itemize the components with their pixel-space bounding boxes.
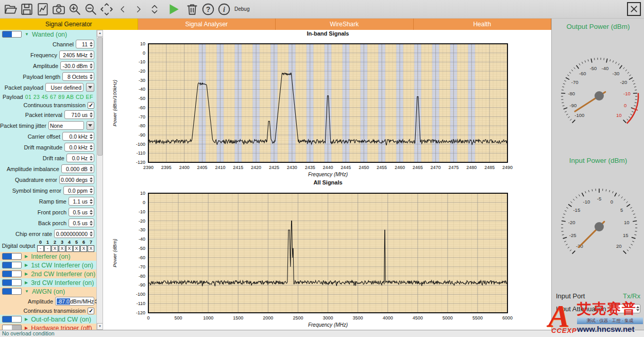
spin-up-icon bbox=[90, 53, 93, 55]
zoom-in-button[interactable] bbox=[67, 2, 82, 17]
save-button[interactable] bbox=[19, 2, 35, 17]
section-toggle[interactable] bbox=[2, 253, 22, 260]
value-spinner[interactable] bbox=[89, 231, 93, 237]
digital-output-cell[interactable]: - bbox=[44, 245, 51, 252]
value-spinner[interactable] bbox=[89, 210, 93, 215]
field-input[interactable]: 710 us bbox=[64, 110, 94, 119]
run-button[interactable] bbox=[166, 2, 181, 17]
section-toggle[interactable] bbox=[2, 262, 22, 268]
step-left-button[interactable] bbox=[115, 2, 130, 17]
field-checkbox[interactable]: ✓ bbox=[88, 308, 94, 314]
info-button[interactable]: i bbox=[216, 2, 232, 17]
field-checkbox[interactable]: ✓ bbox=[88, 102, 94, 109]
value-spinner[interactable] bbox=[89, 74, 93, 79]
section-toggle[interactable] bbox=[2, 279, 22, 286]
tab-signal-generator[interactable]: Signal Generator bbox=[0, 19, 138, 30]
output-power-gauge: -100-90-80-70-60-50-40-30-20-10010 bbox=[552, 35, 644, 150]
field-input[interactable]: 0.0 kHz bbox=[62, 132, 94, 141]
help-button[interactable]: ? bbox=[200, 2, 216, 17]
value-spinner[interactable] bbox=[89, 166, 93, 172]
pan-button[interactable] bbox=[99, 2, 114, 17]
svg-text:i: i bbox=[223, 5, 225, 13]
attenuation-spinner[interactable] bbox=[635, 306, 640, 311]
section-header-1st-cw-interferer-on-[interactable]: ▶1st CW Interferer (on) bbox=[0, 261, 97, 269]
scroll-vertical-button[interactable] bbox=[147, 2, 162, 17]
field-input[interactable]: 11 bbox=[76, 40, 94, 48]
section-toggle[interactable] bbox=[2, 31, 22, 38]
field-input[interactable]: 1.1 us bbox=[69, 197, 94, 206]
value-spinner[interactable] bbox=[89, 53, 93, 58]
field-input[interactable]: 2405 MHz bbox=[59, 50, 94, 59]
value-spinner[interactable] bbox=[89, 221, 93, 226]
value-spinner[interactable] bbox=[89, 199, 93, 204]
section-header-2nd-cw-interferer-on-[interactable]: ▶2nd CW Interferer (on) bbox=[0, 269, 97, 278]
tab-health[interactable]: Health bbox=[414, 19, 552, 30]
field-input[interactable]: 0.0 ppm bbox=[63, 186, 94, 195]
close-icon bbox=[630, 5, 638, 13]
field-input[interactable]: 0.0 Hz bbox=[66, 154, 94, 162]
section-header-interferer-on-[interactable]: ▶Interferer (on) bbox=[0, 252, 97, 261]
field-input[interactable]: 0.0 kHz bbox=[64, 143, 94, 151]
digital-output-cell[interactable]: X bbox=[73, 245, 80, 252]
value-spinner[interactable] bbox=[89, 177, 93, 182]
dropdown-button[interactable] bbox=[87, 121, 94, 130]
spin-up-icon bbox=[90, 199, 93, 201]
delete-button[interactable] bbox=[184, 2, 200, 17]
value-spinner[interactable] bbox=[89, 145, 93, 150]
value-spinner[interactable] bbox=[89, 112, 93, 117]
spin-down-icon bbox=[90, 45, 93, 47]
scrollbar-down-button[interactable]: ▼ bbox=[97, 323, 103, 330]
zoom-out-button[interactable] bbox=[83, 2, 98, 17]
tab-signal-analyser[interactable]: Signal Analyser bbox=[138, 19, 276, 30]
spin-up-icon bbox=[90, 177, 93, 179]
dropdown-button[interactable] bbox=[86, 83, 94, 92]
value-spinner[interactable] bbox=[89, 134, 93, 139]
section-header-awgn-on-[interactable]: ▼AWGN (on) bbox=[0, 287, 97, 296]
field-input[interactable]: -87.0 dBm/MHz bbox=[55, 297, 94, 306]
section-header-wanted-on-[interactable]: ▼Wanted (on) bbox=[0, 30, 97, 39]
field-input[interactable]: User defined bbox=[45, 83, 83, 92]
snapshot-button[interactable] bbox=[51, 2, 66, 17]
section-toggle[interactable] bbox=[2, 288, 22, 295]
value-spinner[interactable] bbox=[89, 42, 93, 47]
field-input[interactable]: 0.5 us bbox=[69, 208, 94, 216]
plot-button[interactable] bbox=[35, 2, 50, 17]
section-toggle[interactable] bbox=[2, 325, 22, 330]
scrollbar-up-button[interactable]: ▲ bbox=[97, 30, 103, 37]
value-spinner[interactable] bbox=[89, 156, 93, 161]
value-spinner[interactable] bbox=[89, 188, 93, 193]
field-input[interactable]: 0.000 dB bbox=[61, 164, 94, 173]
field-input[interactable]: 8 Octets bbox=[62, 72, 94, 81]
attenuation-input[interactable] bbox=[613, 304, 640, 313]
section-label: 1st CW Interferer (on) bbox=[31, 262, 93, 269]
dropdown-arrow-icon bbox=[88, 124, 92, 127]
digital-output-cell[interactable]: X bbox=[59, 245, 65, 252]
svg-text:-60: -60 bbox=[139, 255, 145, 260]
digital-output-cell[interactable]: X bbox=[80, 245, 87, 252]
value-spinner[interactable] bbox=[89, 63, 93, 69]
field-input[interactable]: 0.000 degs bbox=[59, 175, 94, 184]
section-toggle[interactable] bbox=[2, 271, 22, 277]
digital-output-cell[interactable]: X bbox=[88, 245, 94, 252]
section-header-hardware-trigger-off-[interactable]: ▶Hardware trigger (off) bbox=[0, 324, 97, 330]
tab-wireshark[interactable]: WireShark bbox=[276, 19, 414, 30]
section-header-3rd-cw-interferer-on-[interactable]: ▶3rd CW Interferer (on) bbox=[0, 278, 97, 287]
open-button[interactable] bbox=[3, 2, 19, 17]
section-header-out-of-band-cw-on-[interactable]: ▶Out-of-band CW (on) bbox=[0, 315, 97, 324]
field-input[interactable]: None bbox=[48, 121, 84, 130]
section-toggle[interactable] bbox=[2, 316, 22, 323]
field-row-payload: Payload01 23 45 67 89 AB CD EF bbox=[0, 93, 97, 101]
close-button[interactable] bbox=[627, 2, 641, 16]
sidebar-scrollbar[interactable]: ▲ ▼ bbox=[96, 30, 103, 330]
field-input[interactable]: -30.0 dBm bbox=[60, 61, 94, 70]
gauge-hub bbox=[595, 91, 604, 100]
step-right-button[interactable] bbox=[131, 2, 146, 17]
digital-output-cell[interactable]: - bbox=[37, 245, 44, 252]
field-input[interactable]: 0.000000000 bbox=[54, 229, 94, 238]
scrollbar-thumb[interactable] bbox=[97, 37, 103, 156]
signal-generator-sidebar: ▼Wanted (on)Channel11Frequency2405 MHzAm… bbox=[0, 30, 103, 330]
digital-output-cell[interactable]: X bbox=[66, 245, 73, 252]
field-input[interactable]: 0.5 us bbox=[69, 218, 94, 227]
section-label: 2nd CW Interferer (on) bbox=[31, 271, 95, 278]
digital-output-cell[interactable]: X bbox=[52, 245, 58, 252]
